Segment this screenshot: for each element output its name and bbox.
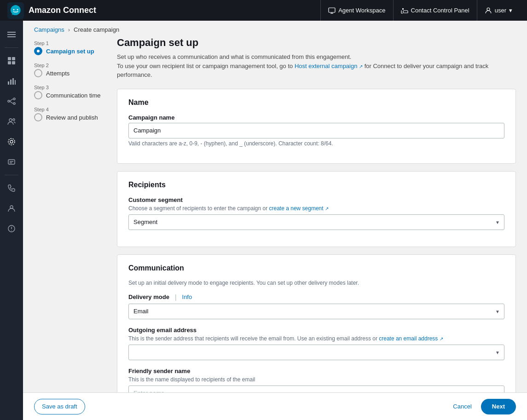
sidebar-profile-icon[interactable] [2, 199, 21, 218]
create-email-link[interactable]: create an email address ↗ [379, 335, 443, 342]
customer-segment-description: Choose a segment of recipients to enter … [128, 205, 504, 212]
step-3-item: Step 3 Communication time [34, 85, 117, 99]
sidebar-channels-icon[interactable] [2, 153, 21, 171]
description-part2: To use your own recipient list or campai… [117, 63, 295, 69]
steps-panel: Step 1 Campaign set up Step 2 Attempts S… [34, 37, 117, 420]
svg-point-18 [8, 100, 10, 102]
user-dropdown-icon: ▾ [509, 7, 512, 14]
agent-workspace-icon [328, 7, 336, 14]
sidebar-divider-2 [5, 175, 18, 175]
agent-workspace-btn[interactable]: Agent Workspace [320, 0, 393, 21]
step-1-name: Campaign set up [46, 48, 94, 55]
contact-control-panel-btn[interactable]: Contact Control Panel [394, 0, 477, 21]
breadcrumb-campaigns-link[interactable]: Campaigns [34, 26, 64, 33]
name-card-title: Name [128, 98, 504, 107]
delivery-mode-select-wrapper: Email SMS Telephony ▼ [128, 304, 504, 319]
sidebar-menu-icon[interactable] [2, 25, 21, 44]
nav-left: Amazon Connect [7, 2, 96, 19]
cancel-button[interactable]: Cancel [449, 403, 475, 410]
sidebar-analytics-icon[interactable] [2, 72, 21, 90]
user-icon [485, 7, 492, 14]
contact-control-panel-label: Contact Control Panel [411, 7, 469, 14]
svg-rect-13 [12, 61, 15, 64]
footer-right: Cancel Next [449, 399, 516, 414]
customer-segment-field: Customer segment Choose a segment of rec… [128, 196, 504, 230]
svg-rect-16 [12, 78, 14, 85]
campaign-name-label: Campaign name [128, 114, 504, 121]
svg-rect-11 [12, 57, 15, 60]
svg-rect-7 [7, 32, 16, 33]
campaign-name-hint: Valid characters are a-z, 0-9, - (hyphen… [128, 140, 504, 147]
create-segment-link[interactable]: create a new segment ↗ [269, 205, 329, 212]
delivery-mode-info-link[interactable]: Info [182, 293, 192, 300]
outgoing-email-select[interactable] [128, 345, 504, 360]
svg-point-23 [10, 140, 13, 143]
breadcrumb-current: Create campaign [74, 26, 119, 33]
svg-point-21 [9, 119, 12, 121]
main-wrapper: Campaigns › Create campaign Step 1 Campa… [23, 21, 527, 420]
page-title: Campaign set up [117, 37, 516, 49]
sidebar-phone-icon[interactable] [2, 179, 21, 197]
step-2-header: Attempts [34, 69, 117, 77]
sidebar-users-icon[interactable] [2, 112, 21, 131]
campaign-name-field: Campaign name Valid characters are a-z, … [128, 114, 504, 147]
description-part1: Set up who receives a communication and … [117, 53, 351, 60]
segment-select[interactable]: Segment [128, 214, 504, 230]
outgoing-email-field: Outgoing email address This is the sende… [128, 327, 504, 360]
campaign-name-input[interactable] [128, 123, 504, 138]
communication-description: Set up an initial delivery mode to engag… [128, 280, 504, 286]
sidebar-support-icon[interactable] [2, 219, 21, 238]
step-4-label: Step 4 [34, 107, 117, 112]
step-3-label: Step 3 [34, 85, 117, 90]
friendly-sender-label: Friendly sender name [128, 368, 504, 374]
page-description: Set up who receives a communication and … [117, 52, 516, 80]
page-content: Campaign set up Set up who receives a co… [117, 37, 516, 420]
step-1-item: Step 1 Campaign set up [34, 40, 117, 55]
communication-card-title: Communication [128, 264, 504, 272]
step-2-label: Step 2 [34, 63, 117, 68]
app-title: Amazon Connect [29, 6, 96, 15]
svg-rect-8 [7, 34, 16, 35]
save-draft-button[interactable]: Save as draft [34, 399, 85, 414]
svg-rect-14 [8, 81, 9, 85]
svg-point-24 [8, 138, 15, 145]
sidebar-routing-icon[interactable] [2, 92, 21, 110]
agent-workspace-label: Agent Workspace [338, 7, 385, 14]
delivery-mode-select[interactable]: Email SMS Telephony [128, 304, 504, 319]
step-1-header: Campaign set up [34, 47, 117, 55]
contact-control-icon [401, 7, 408, 14]
svg-rect-10 [8, 57, 11, 60]
delivery-mode-label: Delivery mode [128, 293, 169, 300]
host-external-link[interactable]: Host external campaign ↗ [295, 63, 363, 69]
name-card: Name Campaign name Valid characters are … [117, 89, 516, 164]
recipients-card-title: Recipients [128, 181, 504, 189]
svg-point-19 [13, 98, 15, 100]
step-4-item: Step 4 Review and publish [34, 107, 117, 121]
step-4-circle [34, 113, 42, 121]
svg-point-20 [13, 103, 15, 104]
svg-rect-17 [15, 80, 16, 85]
amazon-connect-logo [7, 2, 24, 19]
svg-rect-9 [7, 36, 16, 37]
svg-point-26 [10, 206, 13, 208]
external-link-icon: ↗ [359, 64, 363, 69]
outgoing-email-description: This is the sender address that recipien… [128, 335, 504, 342]
outgoing-email-label: Outgoing email address [128, 327, 504, 334]
step-4-header: Review and publish [34, 113, 117, 121]
sidebar-campaigns-icon[interactable] [2, 132, 21, 151]
step-1-circle [34, 47, 42, 55]
content-area: Step 1 Campaign set up Step 2 Attempts S… [23, 37, 527, 420]
step-3-name: Communication time [46, 92, 101, 99]
step-2-item: Step 2 Attempts [34, 63, 117, 77]
nav-right: Agent Workspace Contact Control Panel us… [320, 0, 520, 21]
svg-rect-15 [10, 80, 12, 85]
user-menu-btn[interactable]: user ▾ [477, 7, 520, 14]
segment-select-wrapper: Segment ▼ [128, 214, 504, 230]
svg-rect-3 [329, 8, 335, 12]
step-3-circle [34, 91, 42, 99]
friendly-sender-description: This is the name displayed to recipients… [128, 376, 504, 383]
delivery-mode-field: Delivery mode | Info Email SMS Telephony… [128, 293, 504, 319]
next-button[interactable]: Next [481, 399, 516, 414]
top-navigation: Amazon Connect Agent Workspace Contact C… [0, 0, 527, 21]
sidebar-dashboard-icon[interactable] [2, 52, 21, 70]
